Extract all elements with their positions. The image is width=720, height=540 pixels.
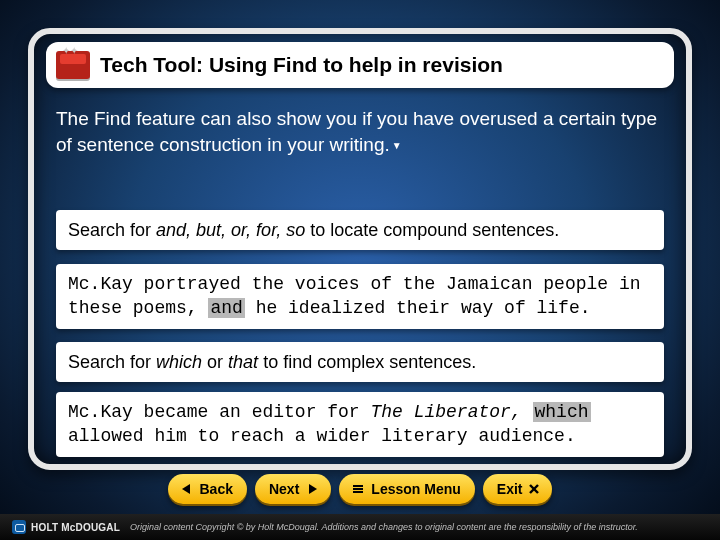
arrow-left-icon: [180, 482, 194, 496]
text: to find complex sentences.: [258, 352, 476, 372]
intro-text-content: The Find feature can also show you if yo…: [56, 108, 657, 155]
exit-button[interactable]: Exit: [483, 474, 553, 504]
slide-title: Tech Tool: Using Find to help in revisio…: [100, 53, 503, 77]
svg-marker-1: [309, 484, 317, 494]
text: Search for: [68, 352, 156, 372]
svg-rect-2: [353, 485, 363, 487]
example-box-2: Mc.Kay became an editor for The Liberato…: [56, 392, 664, 457]
text: Mc.Kay became an editor for: [68, 402, 370, 422]
toolbox-icon: ✦✦: [56, 51, 90, 79]
back-button[interactable]: Back: [168, 474, 247, 504]
example-box-1: Mc.Kay portrayed the voices of the Jamai…: [56, 264, 664, 329]
next-button[interactable]: Next: [255, 474, 331, 504]
menu-icon: [351, 482, 365, 496]
slide-frame: ✦✦ Tech Tool: Using Find to help in revi…: [28, 28, 692, 470]
italic-term: that: [228, 352, 258, 372]
button-label: Back: [200, 481, 233, 497]
svg-marker-0: [182, 484, 190, 494]
button-label: Exit: [497, 481, 523, 497]
caret-down-icon: ▼: [649, 312, 660, 324]
copyright-text: Original content Copyright © by Holt McD…: [130, 522, 638, 532]
highlight-word: which: [533, 402, 591, 422]
title-bar: ✦✦ Tech Tool: Using Find to help in revi…: [46, 42, 674, 88]
close-icon: [528, 483, 540, 495]
arrow-right-icon: [305, 482, 319, 496]
button-label: Next: [269, 481, 299, 497]
italic-terms: and, but, or, for, so: [156, 220, 305, 240]
instruction-box-2: Search for which or that to find complex…: [56, 342, 664, 382]
text: [522, 402, 533, 422]
footer-bar: HOLT McDOUGAL Original content Copyright…: [0, 514, 720, 540]
italic-title: The Liberator,: [370, 402, 521, 422]
nav-bar: Back Next Lesson Menu Exit: [0, 474, 720, 508]
italic-term: which: [156, 352, 202, 372]
publisher-logo: HOLT McDOUGAL: [12, 520, 120, 534]
lesson-menu-button[interactable]: Lesson Menu: [339, 474, 474, 504]
svg-rect-3: [353, 488, 363, 490]
text: allowed him to reach a wider literary au…: [68, 426, 576, 446]
text: to locate compound sentences.: [305, 220, 559, 240]
text: Search for: [68, 220, 156, 240]
logo-text: HOLT McDOUGAL: [31, 522, 120, 533]
intro-text: The Find feature can also show you if yo…: [56, 106, 664, 157]
logo-mark-icon: [12, 520, 26, 534]
slide-stage: ✦✦ Tech Tool: Using Find to help in revi…: [0, 0, 720, 540]
caret-down-icon: ▼: [392, 140, 402, 151]
text: or: [202, 352, 228, 372]
button-label: Lesson Menu: [371, 481, 460, 497]
highlight-word: and: [208, 298, 244, 318]
text: he idealized their way of life.: [245, 298, 591, 318]
svg-rect-4: [353, 491, 363, 493]
instruction-box-1: Search for and, but, or, for, so to loca…: [56, 210, 664, 250]
